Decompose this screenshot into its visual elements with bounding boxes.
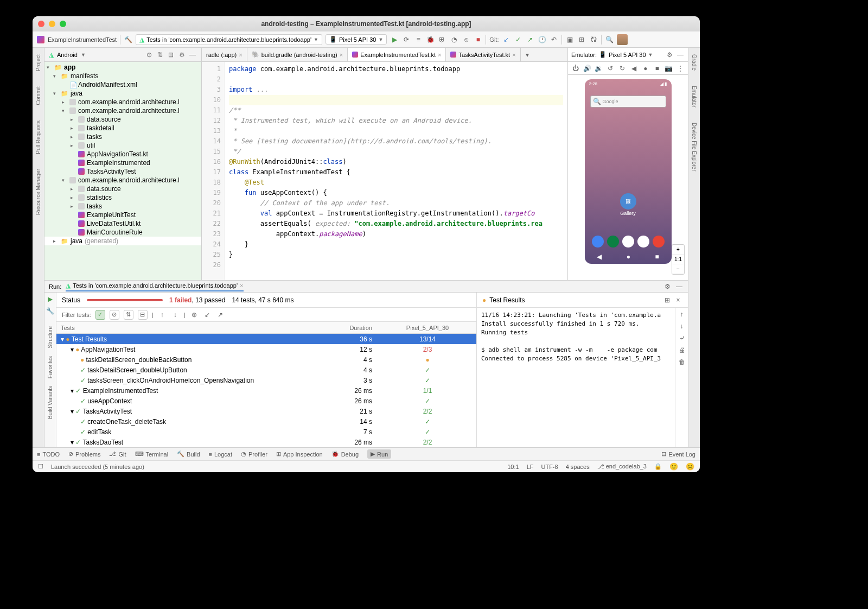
- resource-manager-tool-button[interactable]: Resource Manager: [35, 167, 41, 217]
- sync-icon[interactable]: 🗘: [589, 35, 598, 44]
- divider-icon[interactable]: ⊟: [167, 50, 175, 59]
- messages-app-icon[interactable]: [607, 236, 619, 248]
- gear-icon[interactable]: ⚙: [663, 282, 672, 291]
- export-icon[interactable]: ↙: [203, 310, 212, 319]
- lock-icon[interactable]: 🔒: [654, 463, 662, 470]
- close-icon[interactable]: ×: [240, 282, 243, 289]
- sdk-icon[interactable]: ⊞: [577, 35, 586, 44]
- test-row[interactable]: ✓ useAppContext 26 ms ✓: [56, 396, 476, 406]
- test-row[interactable]: ● taskDetailScreen_doubleBackButton 4 s …: [56, 354, 476, 365]
- test-row[interactable]: ▾ ● AppNavigationTest 12 s 2/3: [56, 344, 476, 354]
- breadcrumb[interactable]: ExampleInstrumentedTest: [48, 36, 117, 43]
- close-icon[interactable]: ×: [340, 52, 343, 58]
- hide-icon[interactable]: —: [188, 50, 197, 59]
- stop-icon[interactable]: ■: [474, 35, 482, 44]
- code-editor[interactable]: 1231011121314151617181920212223242526 pa…: [202, 62, 567, 280]
- zoom-in-button[interactable]: +: [672, 245, 684, 255]
- screenshot-icon[interactable]: 📷: [665, 64, 673, 73]
- status-checkbox[interactable]: ☐: [38, 463, 43, 470]
- project-tool-button[interactable]: Project: [35, 52, 41, 73]
- minimize-button[interactable]: [49, 21, 55, 27]
- home-icon[interactable]: ●: [641, 64, 650, 73]
- volume-down-icon[interactable]: 🔉: [595, 64, 603, 73]
- scroll-up-icon[interactable]: ↑: [678, 310, 686, 319]
- project-tree[interactable]: ▾📁app ▾📁manifests 📄AndroidManifest.xml ▾…: [44, 62, 201, 280]
- apply-code-icon[interactable]: ≡: [414, 35, 423, 44]
- app-inspection-button[interactable]: ⊞App Inspection: [276, 451, 323, 458]
- run-tab[interactable]: ◮ Tests in 'com.example.android.architec…: [66, 282, 243, 291]
- chrome-app-icon[interactable]: [637, 236, 649, 248]
- line-separator[interactable]: LF: [527, 464, 534, 470]
- tab-example-instrumented[interactable]: ExampleInstrumentedTest.kt×: [348, 48, 446, 61]
- gear-icon[interactable]: ⚙: [177, 50, 186, 59]
- git-commit-icon[interactable]: ✓: [514, 35, 522, 44]
- rotate-left-icon[interactable]: ↺: [607, 64, 615, 73]
- playstore-app-icon[interactable]: [622, 236, 634, 248]
- test-row[interactable]: ▾ ● Test Results 36 s 13/14: [56, 334, 476, 344]
- col-device[interactable]: Pixel_5_API_30: [379, 325, 476, 331]
- profiler-button[interactable]: ◔Profiler: [241, 451, 267, 458]
- commit-tool-button[interactable]: Commit: [35, 84, 41, 107]
- debug-button[interactable]: 🐞Debug: [331, 451, 359, 458]
- favorites-tool-button[interactable]: Favorites: [47, 354, 53, 380]
- show-passed-button[interactable]: ✓: [95, 310, 105, 320]
- dropdown-icon[interactable]: ▾: [523, 50, 532, 59]
- search-icon[interactable]: 🔍: [605, 35, 614, 44]
- user-avatar[interactable]: [617, 34, 628, 45]
- build-icon[interactable]: 🔨: [124, 35, 132, 44]
- profile-icon[interactable]: ◔: [450, 35, 458, 44]
- run-config-selector[interactable]: ◮ Tests in 'com.example.android.architec…: [136, 34, 322, 45]
- emulator-screen[interactable]: 2:28 ◢ ▮ 🔍 Google 🖼 Gallery: [585, 79, 672, 264]
- close-icon[interactable]: ×: [438, 52, 441, 58]
- phone-app-icon[interactable]: [592, 236, 604, 248]
- git-revert-icon[interactable]: ↶: [550, 35, 558, 44]
- more-icon[interactable]: ⋮: [676, 64, 685, 73]
- emulator-device[interactable]: Pixel 5 API 30: [609, 52, 646, 58]
- todo-button[interactable]: ≡TODO: [37, 451, 60, 458]
- home-nav-icon[interactable]: ●: [627, 253, 630, 261]
- attach-icon[interactable]: ⎋: [462, 35, 470, 44]
- inspections-icon[interactable]: 🙂: [669, 462, 678, 471]
- avd-icon[interactable]: ▣: [565, 35, 574, 44]
- code-content[interactable]: package com.example.android.architecture…: [225, 62, 567, 280]
- tab-build-gradle[interactable]: 🐘build.gradle (android-testing)×: [247, 48, 348, 61]
- event-log-button[interactable]: ⊟Event Log: [661, 451, 695, 458]
- collapse-icon[interactable]: ⇅: [156, 50, 164, 59]
- coverage-icon[interactable]: ⛨: [438, 35, 446, 44]
- cursor-position[interactable]: 10:1: [507, 464, 519, 470]
- zoom-11-button[interactable]: 1:1: [672, 255, 684, 264]
- col-duration[interactable]: Duration: [303, 325, 379, 331]
- power-icon[interactable]: ⏻: [571, 64, 580, 73]
- git-history-icon[interactable]: 🕐: [538, 35, 546, 44]
- build-variants-tool-button[interactable]: Build Variants: [47, 384, 53, 421]
- overview-nav-icon[interactable]: ■: [655, 253, 659, 261]
- back-nav-icon[interactable]: ◀: [597, 253, 602, 261]
- gear-icon[interactable]: ⚙: [665, 50, 674, 59]
- problems-button[interactable]: ⊘Problems: [68, 451, 100, 458]
- scroll-down-icon[interactable]: ↓: [678, 322, 686, 331]
- test-row[interactable]: ✓ tasksScreen_clickOnAndroidHomeIcon_Ope…: [56, 375, 476, 385]
- emulator-tool-button[interactable]: Emulator: [691, 84, 697, 110]
- chevron-down-icon[interactable]: ▼: [648, 52, 653, 58]
- rotate-right-icon[interactable]: ↻: [618, 64, 627, 73]
- rerun-icon[interactable]: ▶: [46, 295, 55, 303]
- indent[interactable]: 4 spaces: [566, 464, 590, 470]
- clear-icon[interactable]: 🗑: [678, 358, 686, 366]
- close-button[interactable]: [38, 21, 44, 27]
- test-row[interactable]: ▾ ✓ TasksActivityTest 21 s 2/2: [56, 406, 476, 416]
- git-branch[interactable]: ⎇ end_codelab_3: [597, 463, 647, 470]
- test-row[interactable]: ▾ ✓ TasksDaoTest 26 ms 2/2: [56, 437, 476, 447]
- gradle-tool-button[interactable]: Gradle: [691, 52, 697, 73]
- expand-button[interactable]: ⊟: [138, 310, 148, 320]
- wrench-icon[interactable]: 🔧: [46, 307, 55, 315]
- volume-up-icon[interactable]: 🔊: [583, 64, 592, 73]
- apply-changes-icon[interactable]: ⟳: [402, 35, 411, 44]
- project-view-label[interactable]: Android: [57, 52, 78, 58]
- encoding[interactable]: UTF-8: [541, 464, 558, 470]
- hide-icon[interactable]: —: [675, 282, 684, 291]
- git-update-icon[interactable]: ↙: [502, 35, 510, 44]
- maximize-button[interactable]: [60, 21, 66, 27]
- open-icon[interactable]: ↗: [216, 310, 225, 319]
- close-icon[interactable]: ×: [512, 52, 515, 58]
- close-icon[interactable]: ×: [674, 296, 682, 304]
